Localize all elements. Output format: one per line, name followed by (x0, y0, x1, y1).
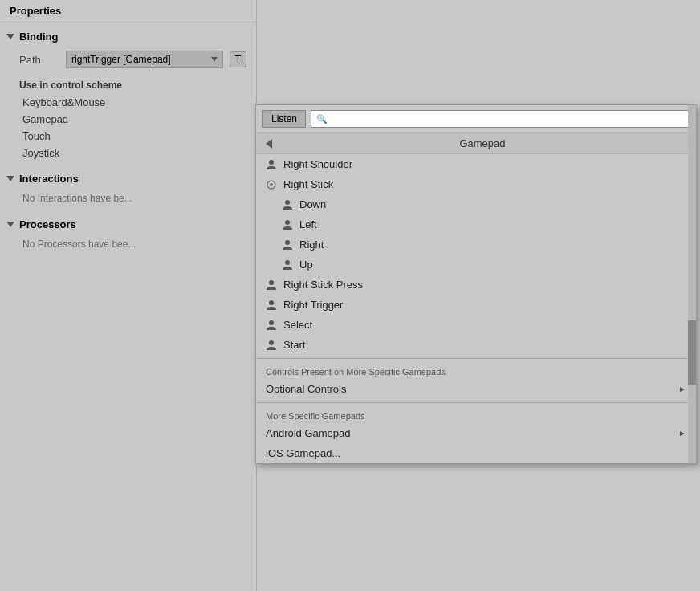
android-gamepad-item[interactable]: Android Gamepad ► (256, 423, 696, 443)
svg-point-0 (269, 160, 274, 165)
binding-triangle-icon (6, 34, 14, 39)
no-interactions-text: No Interactions have be... (0, 190, 256, 207)
person-icon (266, 159, 277, 170)
back-row[interactable]: Gamepad (256, 133, 696, 154)
optional-controls-label: Optional Controls (266, 383, 346, 395)
item-label: Right Shoulder (283, 158, 352, 170)
person-icon (282, 259, 293, 271)
scheme-joystick: Joystick (0, 145, 256, 161)
section1-label: Controls Present on More Specific Gamepa… (256, 362, 696, 379)
svg-point-7 (269, 280, 274, 285)
scrollbar-track[interactable] (688, 105, 696, 463)
item-label: Left (299, 218, 317, 230)
processors-header: Processors (0, 214, 256, 235)
item-label: Right (299, 238, 324, 251)
person-icon (266, 279, 277, 291)
list-item[interactable]: Left (256, 214, 696, 234)
item-label: Up (299, 259, 313, 271)
interactions-header: Interactions (0, 168, 256, 190)
properties-panel: Properties Binding Path rightTrigger [Ga… (0, 0, 257, 591)
person-icon (282, 239, 293, 251)
submenu-arrow-icon-2: ► (678, 429, 686, 438)
properties-title: Properties (0, 0, 256, 22)
list-item[interactable]: Right Trigger (256, 295, 696, 315)
dropdown-search-row: Listen 🔍 (256, 105, 696, 133)
person-icon (282, 219, 293, 230)
item-label: Right Trigger (283, 299, 343, 311)
list-item[interactable]: Select (256, 315, 696, 335)
no-processors-text: No Processors have bee... (0, 235, 256, 253)
processors-label: Processors (19, 218, 76, 230)
svg-point-2 (270, 183, 273, 186)
dropdown-overlay: Listen 🔍 Gamepad Right Shoulder (255, 104, 697, 464)
svg-point-10 (269, 340, 274, 345)
item-label: Right Stick (283, 178, 333, 190)
path-label: Path (19, 54, 59, 66)
processors-section: Processors No Processors have bee... (0, 210, 256, 256)
interactions-section: Interactions No Interactions have be... (0, 165, 256, 210)
list-item[interactable]: Right (256, 234, 696, 255)
ios-gamepad-item[interactable]: iOS Gamepad... (256, 443, 696, 463)
search-box[interactable]: 🔍 (311, 110, 690, 128)
list-item[interactable]: Right Stick Press (256, 275, 696, 295)
control-scheme-label: Use in control scheme (0, 71, 256, 94)
person-icon (266, 340, 277, 351)
list-item[interactable]: Up (256, 255, 696, 275)
path-dropdown[interactable]: rightTrigger [Gamepad] (66, 51, 223, 68)
list-item[interactable]: Down (256, 194, 696, 214)
scrollbar-thumb[interactable] (688, 320, 696, 385)
menu-list: Right Shoulder Right Stick Down (256, 154, 696, 355)
scheme-keyboard-mouse: Keyboard&Mouse (0, 94, 256, 111)
list-item[interactable]: Right Stick (256, 174, 696, 194)
binding-section: Binding Path rightTrigger [Gamepad] T Us… (0, 22, 256, 165)
svg-point-9 (269, 320, 274, 325)
person-icon (266, 320, 277, 331)
svg-point-8 (269, 300, 274, 305)
path-value: rightTrigger [Gamepad] (71, 54, 171, 65)
android-gamepad-label: Android Gamepad (266, 427, 351, 439)
svg-point-4 (285, 220, 290, 225)
section-divider (256, 358, 696, 359)
t-button[interactable]: T (230, 51, 246, 67)
person-icon (266, 300, 277, 311)
svg-point-3 (285, 200, 290, 205)
svg-point-5 (285, 240, 290, 245)
section-divider-2 (256, 402, 696, 403)
list-item[interactable]: Right Shoulder (256, 154, 696, 174)
section2-label: More Specific Gamepads (256, 406, 696, 423)
item-label: Start (283, 339, 305, 351)
list-item[interactable]: Start (256, 335, 696, 355)
back-arrow-icon (266, 139, 272, 149)
interactions-label: Interactions (19, 173, 79, 185)
dropdown-arrow-icon (211, 57, 218, 62)
item-label: Select (283, 319, 312, 331)
main-panel: Properties Binding Path rightTrigger [Ga… (0, 0, 700, 591)
scheme-touch: Touch (0, 128, 256, 145)
interactions-triangle-icon (6, 176, 14, 181)
scheme-gamepad: Gamepad (0, 111, 256, 128)
submenu-arrow-icon: ► (678, 385, 686, 393)
optional-controls-item[interactable]: Optional Controls ► (256, 379, 696, 399)
binding-header: Binding (0, 26, 256, 47)
ios-gamepad-label: iOS Gamepad... (266, 447, 340, 459)
svg-point-6 (285, 260, 290, 265)
item-label: Down (299, 198, 326, 210)
stick-icon (266, 179, 277, 190)
category-title: Gamepad (279, 137, 686, 149)
search-icon: 🔍 (316, 114, 328, 124)
item-label: Right Stick Press (283, 279, 363, 291)
person-icon (282, 199, 293, 210)
path-row: Path rightTrigger [Gamepad] T (0, 47, 256, 71)
binding-label: Binding (19, 31, 58, 43)
search-input[interactable] (331, 113, 684, 124)
processors-triangle-icon (6, 222, 14, 227)
listen-button[interactable]: Listen (262, 110, 306, 128)
